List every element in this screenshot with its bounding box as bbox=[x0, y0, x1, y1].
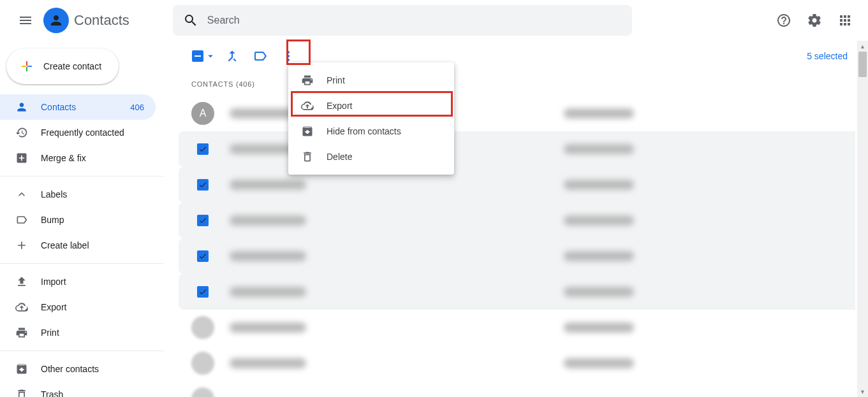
avatar: A bbox=[191, 102, 214, 125]
avatar bbox=[191, 316, 214, 339]
archive-icon bbox=[301, 125, 314, 138]
contact-row[interactable] bbox=[179, 131, 855, 167]
cloud-upload-icon bbox=[15, 301, 28, 314]
sidebar-item-label: Export bbox=[41, 302, 66, 312]
label-icon bbox=[253, 48, 268, 64]
create-contact-label: Create contact bbox=[43, 61, 101, 71]
more-options-menu: Print Export Hide from contacts Delete bbox=[288, 62, 454, 175]
sidebar-item-export[interactable]: Export bbox=[0, 294, 156, 320]
vertical-scrollbar[interactable]: ▲ ▼ bbox=[857, 41, 868, 397]
sidebar-labels-header[interactable]: Labels bbox=[0, 182, 156, 207]
menu-item-export[interactable]: Export bbox=[288, 93, 454, 119]
selected-count: 5 selected bbox=[807, 51, 855, 61]
avatar bbox=[191, 352, 214, 375]
menu-item-hide[interactable]: Hide from contacts bbox=[288, 119, 454, 144]
apps-grid-icon bbox=[837, 13, 853, 28]
sidebar-item-trash[interactable]: Trash bbox=[0, 382, 156, 397]
contact-name bbox=[230, 180, 306, 190]
main-menu-button[interactable] bbox=[10, 5, 41, 36]
sidebar-item-label: Print bbox=[41, 328, 59, 338]
contacts-logo-icon bbox=[43, 8, 69, 33]
contact-row[interactable] bbox=[179, 345, 855, 381]
contact-phone bbox=[564, 215, 634, 226]
settings-button[interactable] bbox=[802, 8, 827, 33]
checkbox-checked[interactable] bbox=[197, 143, 209, 155]
checkbox-checked[interactable] bbox=[197, 286, 209, 298]
search-input[interactable] bbox=[207, 15, 622, 26]
sidebar-item-merge[interactable]: Merge & fix bbox=[0, 145, 156, 171]
create-contact-button[interactable]: Create contact bbox=[6, 48, 119, 84]
sidebar-item-other[interactable]: Other contacts bbox=[0, 356, 156, 382]
caret-down-icon bbox=[205, 50, 216, 62]
divider bbox=[0, 176, 163, 177]
menu-item-delete[interactable]: Delete bbox=[288, 144, 454, 170]
scroll-thumb[interactable] bbox=[858, 52, 867, 77]
sidebar-item-contacts[interactable]: Contacts 406 bbox=[0, 94, 156, 120]
sidebar-create-label[interactable]: Create label bbox=[0, 233, 156, 258]
sidebar-item-import[interactable]: Import bbox=[0, 269, 156, 294]
chevron-up-icon bbox=[15, 188, 28, 201]
main-content: 5 selected CONTACTS (406) A bbox=[179, 41, 855, 397]
app-title: Contacts bbox=[74, 12, 129, 29]
checkbox-checked[interactable] bbox=[197, 179, 209, 191]
merge-button[interactable] bbox=[219, 43, 245, 69]
sidebar-item-label: Labels bbox=[41, 189, 67, 199]
menu-item-label: Export bbox=[327, 101, 352, 111]
checkbox-checked[interactable] bbox=[197, 250, 209, 262]
scroll-down-button[interactable]: ▼ bbox=[857, 386, 868, 397]
trash-icon bbox=[15, 388, 28, 397]
contact-row[interactable] bbox=[179, 167, 855, 203]
contact-phone bbox=[564, 322, 634, 333]
contact-name bbox=[230, 287, 306, 297]
sidebar-item-label: Frequently contacted bbox=[41, 127, 124, 138]
merge-icon bbox=[15, 152, 28, 164]
menu-item-print[interactable]: Print bbox=[288, 68, 454, 93]
app-logo[interactable]: Contacts bbox=[43, 8, 129, 33]
sidebar-item-label: Bump bbox=[41, 215, 64, 225]
archive-icon bbox=[15, 363, 28, 375]
contact-name bbox=[230, 251, 306, 261]
more-vert-icon bbox=[281, 48, 296, 64]
divider bbox=[0, 350, 163, 351]
selection-dropdown[interactable] bbox=[191, 43, 217, 69]
contact-row[interactable] bbox=[179, 381, 855, 397]
contact-phone bbox=[564, 144, 634, 154]
history-icon bbox=[15, 126, 28, 139]
sidebar-label-bump[interactable]: Bump bbox=[0, 207, 156, 233]
merge-arrow-icon bbox=[224, 48, 240, 64]
hamburger-icon bbox=[18, 13, 33, 28]
search-icon bbox=[183, 13, 198, 28]
help-icon bbox=[776, 13, 791, 28]
apps-button[interactable] bbox=[832, 8, 858, 33]
contact-phone bbox=[564, 358, 634, 368]
indeterminate-checkbox-icon bbox=[192, 50, 203, 62]
gear-icon bbox=[807, 13, 822, 28]
avatar bbox=[191, 387, 214, 397]
contact-row[interactable] bbox=[179, 238, 855, 274]
header-actions bbox=[771, 8, 858, 33]
contact-row[interactable] bbox=[179, 203, 855, 238]
scroll-up-button[interactable]: ▲ bbox=[857, 41, 868, 52]
contact-phone bbox=[564, 108, 634, 119]
sidebar-item-label: Import bbox=[41, 277, 66, 287]
search-bar[interactable] bbox=[173, 5, 632, 36]
contact-row[interactable] bbox=[179, 274, 855, 310]
print-icon bbox=[301, 74, 314, 87]
label-icon bbox=[15, 213, 28, 226]
sidebar-item-print[interactable]: Print bbox=[0, 320, 156, 345]
contact-row[interactable]: A bbox=[179, 96, 855, 131]
checkbox-checked[interactable] bbox=[197, 215, 209, 226]
app-header: Contacts bbox=[0, 0, 868, 41]
cloud-upload-icon bbox=[301, 99, 314, 112]
trash-icon bbox=[301, 150, 314, 163]
label-button[interactable] bbox=[247, 43, 273, 69]
contacts-count: 406 bbox=[130, 103, 144, 112]
help-button[interactable] bbox=[771, 8, 797, 33]
contact-name bbox=[230, 322, 306, 333]
menu-item-label: Print bbox=[327, 75, 345, 85]
sidebar-item-frequent[interactable]: Frequently contacted bbox=[0, 120, 156, 145]
contact-row[interactable] bbox=[179, 310, 855, 345]
contact-name bbox=[230, 358, 306, 368]
menu-item-label: Hide from contacts bbox=[327, 126, 401, 136]
sidebar-item-label: Trash bbox=[41, 389, 63, 397]
